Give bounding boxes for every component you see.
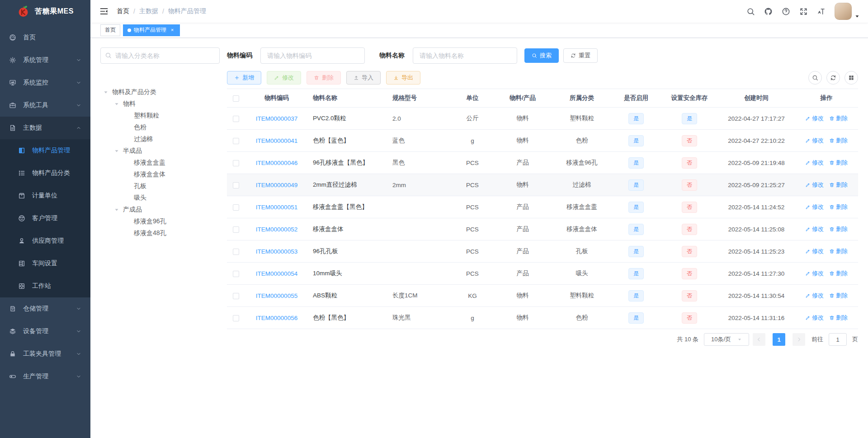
sidebar-item[interactable]: 工装夹具管理 bbox=[0, 343, 90, 365]
material-code-link[interactable]: ITEM00000041 bbox=[256, 137, 297, 144]
material-code-link[interactable]: ITEM00000037 bbox=[256, 115, 297, 122]
row-checkbox[interactable] bbox=[233, 293, 239, 299]
row-delete-button[interactable]: 删除 bbox=[829, 269, 848, 278]
column-header[interactable]: 操作 bbox=[795, 89, 858, 108]
column-header[interactable]: 所属分类 bbox=[552, 89, 611, 108]
row-edit-button[interactable]: 修改 bbox=[805, 225, 824, 233]
column-header[interactable]: 设置安全库存 bbox=[661, 89, 718, 108]
row-checkbox[interactable] bbox=[233, 116, 239, 122]
sidebar-item[interactable]: 首页 bbox=[0, 26, 90, 49]
font-size-icon[interactable] bbox=[817, 7, 826, 16]
header-search-icon[interactable] bbox=[746, 7, 755, 16]
tree-node[interactable]: 移液盒盒盖 bbox=[100, 157, 220, 169]
material-code-link[interactable]: ITEM00000046 bbox=[256, 160, 297, 166]
sidebar-item-sub[interactable]: 车间设置 bbox=[0, 252, 90, 275]
row-edit-button[interactable]: 修改 bbox=[805, 247, 824, 255]
row-edit-button[interactable]: 修改 bbox=[805, 181, 824, 189]
tree-node[interactable]: 移液盒48孔 bbox=[100, 227, 220, 239]
material-code-link[interactable]: ITEM00000055 bbox=[256, 292, 297, 299]
column-header[interactable]: 是否启用 bbox=[611, 89, 661, 108]
sidebar-item[interactable]: 设备管理 bbox=[0, 320, 90, 343]
goto-page-input[interactable] bbox=[829, 333, 847, 346]
sidebar-item-sub[interactable]: 计量单位 bbox=[0, 184, 90, 207]
delete-button[interactable]: 删除 bbox=[307, 71, 341, 85]
category-search-input[interactable] bbox=[100, 47, 220, 64]
sidebar-item[interactable]: 系统工具 bbox=[0, 94, 90, 117]
tree-node[interactable]: 物料 bbox=[100, 98, 220, 110]
row-delete-button[interactable]: 删除 bbox=[829, 314, 848, 322]
app-logo[interactable]: 苦糖果MES bbox=[0, 0, 90, 23]
export-button[interactable]: 导出 bbox=[386, 71, 420, 85]
material-code-input[interactable] bbox=[260, 47, 365, 64]
material-code-link[interactable]: ITEM00000053 bbox=[256, 248, 297, 255]
sidebar-toggle-hamburger-icon[interactable] bbox=[99, 7, 108, 16]
row-edit-button[interactable]: 修改 bbox=[805, 114, 824, 122]
row-checkbox[interactable] bbox=[233, 160, 239, 166]
material-code-link[interactable]: ITEM00000056 bbox=[256, 315, 297, 321]
tree-node[interactable]: 物料及产品分类 bbox=[100, 86, 220, 98]
row-delete-button[interactable]: 删除 bbox=[829, 114, 848, 122]
column-header[interactable]: 物料/产品 bbox=[493, 89, 552, 108]
row-delete-button[interactable]: 删除 bbox=[829, 203, 848, 211]
sidebar-item-sub[interactable]: 供应商管理 bbox=[0, 230, 90, 252]
user-avatar[interactable] bbox=[835, 3, 852, 20]
row-edit-button[interactable]: 修改 bbox=[805, 269, 824, 278]
row-checkbox[interactable] bbox=[233, 271, 239, 277]
row-delete-button[interactable]: 删除 bbox=[829, 292, 848, 300]
row-checkbox[interactable] bbox=[233, 226, 239, 233]
tree-node[interactable]: 产成品 bbox=[100, 204, 220, 216]
row-edit-button[interactable]: 修改 bbox=[805, 159, 824, 167]
row-delete-button[interactable]: 删除 bbox=[829, 247, 848, 255]
tree-node[interactable]: 过滤棉 bbox=[100, 133, 220, 145]
column-header[interactable]: 单位 bbox=[452, 89, 493, 108]
page-1-button[interactable]: 1 bbox=[773, 333, 785, 346]
prev-page-button[interactable] bbox=[753, 333, 765, 346]
tree-node[interactable]: 塑料颗粒 bbox=[100, 110, 220, 122]
material-code-link[interactable]: ITEM00000054 bbox=[256, 270, 297, 277]
breadcrumb-master-data[interactable]: 主数据 bbox=[139, 7, 158, 15]
column-header[interactable]: 物料名称 bbox=[308, 89, 388, 108]
row-checkbox[interactable] bbox=[233, 182, 239, 188]
row-delete-button[interactable]: 删除 bbox=[829, 159, 848, 167]
sidebar-item[interactable]: 主数据 bbox=[0, 117, 90, 139]
tree-node[interactable]: 吸头 bbox=[100, 192, 220, 204]
tree-node[interactable]: 色粉 bbox=[100, 122, 220, 133]
toggle-search-button[interactable] bbox=[808, 71, 822, 85]
row-delete-button[interactable]: 删除 bbox=[829, 225, 848, 233]
row-edit-button[interactable]: 修改 bbox=[805, 292, 824, 300]
sidebar-item-sub[interactable]: 工作站 bbox=[0, 275, 90, 297]
row-checkbox[interactable] bbox=[233, 204, 239, 211]
fullscreen-icon[interactable] bbox=[799, 7, 808, 16]
edit-button[interactable]: 修改 bbox=[267, 71, 301, 85]
sidebar-item[interactable]: 仓储管理 bbox=[0, 297, 90, 320]
breadcrumb-home[interactable]: 首页 bbox=[117, 7, 129, 15]
column-header[interactable]: 物料编码 bbox=[245, 89, 308, 108]
row-checkbox[interactable] bbox=[233, 138, 239, 144]
material-code-link[interactable]: ITEM00000049 bbox=[256, 182, 297, 188]
sidebar-item[interactable]: 系统监控 bbox=[0, 71, 90, 94]
tree-node[interactable]: 孔板 bbox=[100, 180, 220, 192]
row-checkbox[interactable] bbox=[233, 315, 239, 321]
import-button[interactable]: 导入 bbox=[346, 71, 381, 85]
next-page-button[interactable] bbox=[793, 333, 805, 346]
sidebar-item[interactable]: 生产管理 bbox=[0, 365, 90, 388]
column-settings-button[interactable] bbox=[844, 71, 858, 85]
row-delete-button[interactable]: 删除 bbox=[829, 181, 848, 189]
tree-node[interactable]: 移液盒96孔 bbox=[100, 216, 220, 227]
github-icon[interactable] bbox=[764, 7, 773, 16]
help-icon[interactable] bbox=[782, 7, 790, 16]
row-edit-button[interactable]: 修改 bbox=[805, 314, 824, 322]
sidebar-item-sub[interactable]: 客户管理 bbox=[0, 207, 90, 230]
row-edit-button[interactable]: 修改 bbox=[805, 203, 824, 211]
tab-material-product[interactable]: 物料产品管理 × bbox=[123, 24, 180, 36]
refresh-table-button[interactable] bbox=[826, 71, 840, 85]
row-checkbox[interactable] bbox=[233, 249, 239, 255]
tree-node[interactable]: 半成品 bbox=[100, 145, 220, 157]
select-all-checkbox[interactable] bbox=[233, 95, 239, 102]
add-button[interactable]: 新增 bbox=[227, 71, 261, 85]
material-name-input[interactable] bbox=[413, 47, 517, 64]
sidebar-item-sub[interactable]: 物料产品分类 bbox=[0, 162, 90, 184]
row-delete-button[interactable]: 删除 bbox=[829, 137, 848, 145]
row-edit-button[interactable]: 修改 bbox=[805, 137, 824, 145]
page-size-select[interactable]: 10条/页 bbox=[704, 333, 749, 346]
